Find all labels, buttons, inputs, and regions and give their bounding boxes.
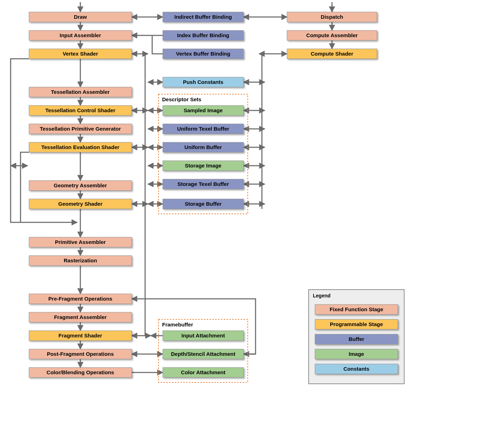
legend-buffer: Buffer: [349, 336, 364, 342]
legend-prog: Programmable Stage: [330, 321, 383, 327]
sampled-image-label: Sampled Image: [184, 107, 223, 113]
uniform-texel-label: Uniform Texel Buffer: [177, 126, 229, 132]
compute-shader-label: Compute Shader: [311, 51, 353, 57]
indirect-buffer-label: Indirect Buffer Binding: [174, 14, 232, 20]
storage-buffer-label: Storage Buffer: [185, 201, 222, 207]
vertex-shader-label: Vertex Shader: [63, 51, 98, 57]
post-frag-label: Post-Fragment Operations: [47, 351, 114, 357]
legend-constants: Constants: [343, 366, 369, 372]
center-column: Indirect Buffer Binding Index Buffer Bin…: [159, 12, 248, 382]
prim-assembler-label: Primitive Assembler: [55, 239, 106, 245]
depth-attach-label: Depth/Stencil Attachment: [171, 351, 235, 357]
input-assembler-label: Input Assembler: [60, 32, 101, 38]
storage-texel-label: Storage Texel Buffer: [177, 181, 229, 187]
tess-assembler-label: Tessellation Assembler: [51, 89, 110, 95]
index-buffer-label: Index Buffer Binding: [177, 32, 229, 38]
right-column: Dispatch Compute Assembler Compute Shade…: [287, 12, 377, 59]
frag-assembler-label: Fragment Assembler: [54, 314, 107, 320]
push-constants-label: Push Constants: [183, 79, 223, 85]
frag-shader-label: Fragment Shader: [58, 332, 102, 338]
geom-assembler-label: Geometry Assembler: [54, 182, 107, 188]
tess-primgen-label: Tessellation Primitive Generator: [40, 126, 121, 132]
color-attach-label: Color Attachment: [181, 369, 225, 375]
tess-control-label: Tessellation Control Shader: [45, 107, 115, 113]
tess-eval-label: Tessellation Evaluation Shader: [41, 144, 120, 150]
draw-label: Draw: [74, 14, 87, 20]
rasterization-label: Rasterization: [64, 257, 97, 263]
legend: Legend Fixed Function Stage Programmable…: [309, 290, 404, 384]
framebuffer-title: Framebuffer: [162, 321, 193, 328]
pre-frag-label: Pre-Fragment Operations: [48, 296, 113, 302]
pipeline-diagram: Draw Input Assembler Vertex Shader Tesse…: [0, 0, 504, 427]
storage-image-label: Storage Image: [185, 163, 221, 169]
legend-image: Image: [349, 351, 364, 357]
descriptor-sets-title: Descriptor Sets: [162, 96, 201, 102]
color-blend-label: Color/Blending Operations: [47, 369, 114, 375]
uniform-buffer-label: Uniform Buffer: [184, 144, 222, 150]
input-attach-label: Input Attachment: [182, 332, 225, 338]
legend-fixed: Fixed Function Stage: [330, 306, 383, 312]
geom-shader-label: Geometry Shader: [58, 201, 102, 207]
legend-title: Legend: [313, 293, 331, 298]
compute-assembler-label: Compute Assembler: [306, 32, 357, 38]
vertex-buffer-label: Vertex Buffer Binding: [176, 51, 230, 57]
dispatch-label: Dispatch: [321, 14, 343, 20]
